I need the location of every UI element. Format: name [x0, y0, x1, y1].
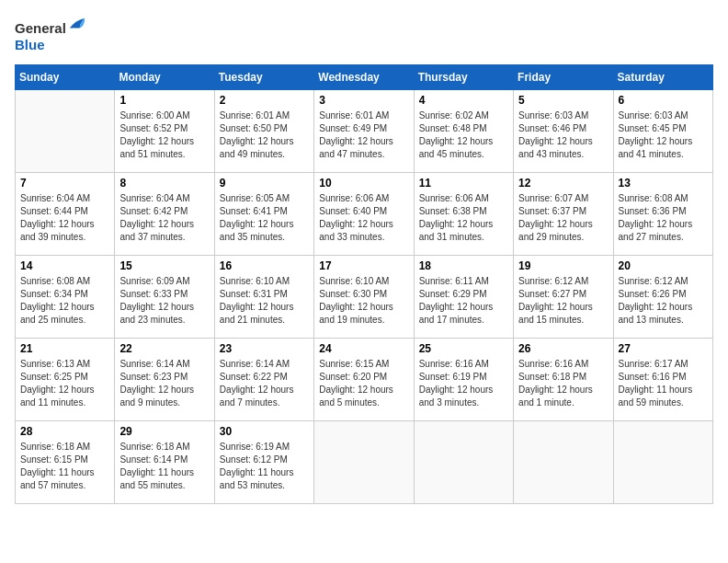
day-number: 5 — [518, 94, 608, 107]
day-info: Sunrise: 6:16 AMSunset: 6:19 PMDaylight:… — [419, 358, 508, 409]
calendar-week-4: 21Sunrise: 6:13 AMSunset: 6:25 PMDayligh… — [16, 339, 713, 421]
calendar-cell: 6Sunrise: 6:03 AMSunset: 6:45 PMDaylight… — [613, 90, 712, 173]
day-info: Sunrise: 6:06 AMSunset: 6:40 PMDaylight:… — [319, 192, 408, 244]
day-number: 11 — [419, 177, 508, 190]
header-saturday: Saturday — [613, 65, 712, 90]
logo-blue-text: Blue — [15, 37, 45, 52]
calendar-week-1: 1Sunrise: 6:00 AMSunset: 6:52 PMDaylight… — [16, 90, 713, 173]
calendar-cell — [414, 421, 513, 504]
calendar-cell: 7Sunrise: 6:04 AMSunset: 6:44 PMDaylight… — [16, 173, 115, 256]
day-info: Sunrise: 6:02 AMSunset: 6:48 PMDaylight:… — [419, 109, 508, 161]
header-sunday: Sunday — [16, 65, 115, 90]
calendar-week-3: 14Sunrise: 6:08 AMSunset: 6:34 PMDayligh… — [16, 256, 713, 339]
day-info: Sunrise: 6:07 AMSunset: 6:37 PMDaylight:… — [518, 192, 608, 244]
calendar-cell: 27Sunrise: 6:17 AMSunset: 6:16 PMDayligh… — [613, 339, 712, 421]
header-tuesday: Tuesday — [214, 65, 313, 90]
calendar-cell: 1Sunrise: 6:00 AMSunset: 6:52 PMDaylight… — [115, 90, 214, 173]
day-number: 9 — [220, 177, 309, 190]
calendar-week-5: 28Sunrise: 6:18 AMSunset: 6:15 PMDayligh… — [16, 421, 713, 504]
day-number: 19 — [518, 259, 608, 272]
calendar-cell: 29Sunrise: 6:18 AMSunset: 6:14 PMDayligh… — [115, 421, 214, 504]
day-info: Sunrise: 6:14 AMSunset: 6:22 PMDaylight:… — [220, 358, 309, 409]
calendar-cell: 17Sunrise: 6:10 AMSunset: 6:30 PMDayligh… — [314, 256, 414, 339]
day-info: Sunrise: 6:08 AMSunset: 6:34 PMDaylight:… — [20, 275, 109, 327]
day-info: Sunrise: 6:10 AMSunset: 6:31 PMDaylight:… — [220, 275, 309, 327]
calendar-cell: 28Sunrise: 6:18 AMSunset: 6:15 PMDayligh… — [16, 421, 115, 504]
calendar-cell: 24Sunrise: 6:15 AMSunset: 6:20 PMDayligh… — [314, 339, 414, 421]
calendar-cell: 12Sunrise: 6:07 AMSunset: 6:37 PMDayligh… — [514, 173, 613, 256]
day-number: 26 — [518, 342, 608, 355]
header-wednesday: Wednesday — [314, 65, 414, 90]
day-info: Sunrise: 6:03 AMSunset: 6:45 PMDaylight:… — [619, 109, 708, 161]
page-header: General Blue — [15, 15, 713, 53]
calendar-header-row: SundayMondayTuesdayWednesdayThursdayFrid… — [16, 65, 713, 90]
day-number: 15 — [119, 259, 209, 272]
calendar-cell: 22Sunrise: 6:14 AMSunset: 6:23 PMDayligh… — [115, 339, 214, 421]
day-info: Sunrise: 6:04 AMSunset: 6:44 PMDaylight:… — [20, 192, 109, 244]
day-number: 30 — [220, 425, 309, 438]
day-number: 13 — [619, 177, 708, 190]
day-info: Sunrise: 6:13 AMSunset: 6:25 PMDaylight:… — [20, 358, 109, 409]
day-info: Sunrise: 6:18 AMSunset: 6:14 PMDaylight:… — [119, 441, 209, 492]
calendar-cell: 23Sunrise: 6:14 AMSunset: 6:22 PMDayligh… — [214, 339, 313, 421]
day-number: 21 — [20, 342, 109, 355]
day-info: Sunrise: 6:14 AMSunset: 6:23 PMDaylight:… — [119, 358, 209, 409]
day-number: 1 — [119, 94, 209, 107]
day-number: 12 — [518, 177, 608, 190]
day-info: Sunrise: 6:04 AMSunset: 6:42 PMDaylight:… — [119, 192, 209, 244]
calendar-cell — [314, 421, 414, 504]
day-number: 29 — [119, 425, 209, 438]
calendar-cell: 4Sunrise: 6:02 AMSunset: 6:48 PMDaylight… — [414, 90, 513, 173]
day-info: Sunrise: 6:05 AMSunset: 6:41 PMDaylight:… — [220, 192, 309, 244]
calendar-week-2: 7Sunrise: 6:04 AMSunset: 6:44 PMDaylight… — [16, 173, 713, 256]
day-number: 23 — [220, 342, 309, 355]
calendar-cell: 26Sunrise: 6:16 AMSunset: 6:18 PMDayligh… — [514, 339, 613, 421]
day-number: 28 — [20, 425, 109, 438]
day-info: Sunrise: 6:12 AMSunset: 6:27 PMDaylight:… — [518, 275, 608, 327]
day-number: 22 — [119, 342, 209, 355]
day-info: Sunrise: 6:15 AMSunset: 6:20 PMDaylight:… — [319, 358, 408, 409]
day-info: Sunrise: 6:10 AMSunset: 6:30 PMDaylight:… — [319, 275, 408, 327]
calendar-cell — [514, 421, 613, 504]
header-friday: Friday — [514, 65, 613, 90]
day-info: Sunrise: 6:11 AMSunset: 6:29 PMDaylight:… — [419, 275, 508, 327]
day-info: Sunrise: 6:01 AMSunset: 6:49 PMDaylight:… — [319, 109, 408, 161]
day-number: 20 — [619, 259, 708, 272]
header-monday: Monday — [115, 65, 214, 90]
calendar-cell: 18Sunrise: 6:11 AMSunset: 6:29 PMDayligh… — [414, 256, 513, 339]
logo: General Blue — [15, 15, 86, 53]
calendar-cell: 30Sunrise: 6:19 AMSunset: 6:12 PMDayligh… — [214, 421, 313, 504]
day-number: 6 — [619, 94, 708, 107]
day-number: 7 — [20, 177, 109, 190]
day-number: 14 — [20, 259, 109, 272]
day-info: Sunrise: 6:18 AMSunset: 6:15 PMDaylight:… — [20, 441, 109, 492]
calendar-cell: 8Sunrise: 6:04 AMSunset: 6:42 PMDaylight… — [115, 173, 214, 256]
day-number: 2 — [220, 94, 309, 107]
day-number: 17 — [319, 259, 408, 272]
day-number: 16 — [220, 259, 309, 272]
calendar-cell: 14Sunrise: 6:08 AMSunset: 6:34 PMDayligh… — [16, 256, 115, 339]
calendar-cell: 19Sunrise: 6:12 AMSunset: 6:27 PMDayligh… — [514, 256, 613, 339]
day-info: Sunrise: 6:06 AMSunset: 6:38 PMDaylight:… — [419, 192, 508, 244]
logo-general-text: General — [15, 20, 66, 36]
day-info: Sunrise: 6:01 AMSunset: 6:50 PMDaylight:… — [220, 109, 309, 161]
calendar-cell: 16Sunrise: 6:10 AMSunset: 6:31 PMDayligh… — [214, 256, 313, 339]
day-number: 4 — [419, 94, 508, 107]
logo-bird-icon — [68, 15, 86, 33]
day-number: 10 — [319, 177, 408, 190]
calendar-cell: 9Sunrise: 6:05 AMSunset: 6:41 PMDaylight… — [214, 173, 313, 256]
day-info: Sunrise: 6:12 AMSunset: 6:26 PMDaylight:… — [619, 275, 708, 327]
calendar-cell: 25Sunrise: 6:16 AMSunset: 6:19 PMDayligh… — [414, 339, 513, 421]
day-number: 18 — [419, 259, 508, 272]
calendar-cell: 21Sunrise: 6:13 AMSunset: 6:25 PMDayligh… — [16, 339, 115, 421]
day-info: Sunrise: 6:08 AMSunset: 6:36 PMDaylight:… — [619, 192, 708, 244]
calendar-cell: 11Sunrise: 6:06 AMSunset: 6:38 PMDayligh… — [414, 173, 513, 256]
calendar-cell — [613, 421, 712, 504]
calendar-cell: 13Sunrise: 6:08 AMSunset: 6:36 PMDayligh… — [613, 173, 712, 256]
day-number: 25 — [419, 342, 508, 355]
day-number: 27 — [619, 342, 708, 355]
day-number: 3 — [319, 94, 408, 107]
day-info: Sunrise: 6:00 AMSunset: 6:52 PMDaylight:… — [119, 109, 209, 161]
day-number: 24 — [319, 342, 408, 355]
calendar-cell: 5Sunrise: 6:03 AMSunset: 6:46 PMDaylight… — [514, 90, 613, 173]
